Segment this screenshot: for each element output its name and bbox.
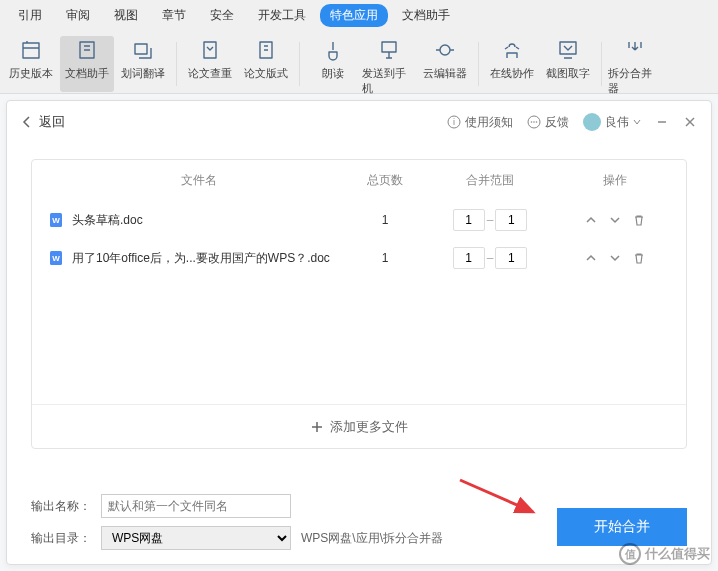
ribbon-icon bbox=[19, 38, 43, 62]
doc-icon: W bbox=[48, 250, 64, 266]
ribbon-icon bbox=[198, 38, 222, 62]
ribbon-历史版本[interactable]: 历史版本 bbox=[4, 36, 58, 92]
ribbon-icon bbox=[321, 38, 345, 62]
ribbon-icon bbox=[556, 38, 580, 62]
menu-开发工具[interactable]: 开发工具 bbox=[248, 4, 316, 27]
ribbon-icon bbox=[131, 38, 155, 62]
ribbon-文档助手[interactable]: 文档助手 bbox=[60, 36, 114, 92]
output-name-label: 输出名称： bbox=[31, 498, 91, 515]
menu-审阅[interactable]: 审阅 bbox=[56, 4, 100, 27]
col-filename: 文件名 bbox=[48, 172, 350, 189]
range-from-input[interactable] bbox=[453, 209, 485, 231]
svg-point-3 bbox=[531, 121, 533, 123]
back-label: 返回 bbox=[39, 113, 65, 131]
col-ops: 操作 bbox=[560, 172, 670, 189]
range-to-input[interactable] bbox=[495, 209, 527, 231]
cell-range: – bbox=[420, 209, 560, 231]
cell-ops bbox=[560, 214, 670, 226]
output-dir-label: 输出目录： bbox=[31, 530, 91, 547]
ribbon-拆分合并器[interactable]: 拆分合并器 bbox=[608, 36, 662, 92]
ribbon-separator bbox=[176, 42, 177, 86]
move-down-button[interactable] bbox=[609, 252, 621, 264]
merge-panel: 返回 i 使用须知 反馈 良伟 文件名 总页数 合并范围 操作 bbox=[6, 100, 712, 565]
move-up-button[interactable] bbox=[585, 214, 597, 226]
ribbon-icon bbox=[433, 38, 457, 62]
table-row: W头条草稿.doc1– bbox=[32, 201, 686, 239]
chevron-down-icon bbox=[609, 214, 621, 226]
user-menu[interactable]: 良伟 bbox=[583, 113, 641, 131]
range-from-input[interactable] bbox=[453, 247, 485, 269]
output-path: WPS网盘\应用\拆分合并器 bbox=[301, 530, 443, 547]
ribbon-发送到手机[interactable]: 发送到手机 bbox=[362, 36, 416, 92]
ribbon-separator bbox=[478, 42, 479, 86]
menu-视图[interactable]: 视图 bbox=[104, 4, 148, 27]
menu-安全[interactable]: 安全 bbox=[200, 4, 244, 27]
ribbon-icon bbox=[254, 38, 278, 62]
minimize-button[interactable] bbox=[655, 115, 669, 129]
doc-icon: W bbox=[48, 212, 64, 228]
back-button[interactable]: 返回 bbox=[21, 113, 65, 131]
ribbon: 历史版本文档助手划词翻译论文查重论文版式朗读发送到手机云编辑器在线协作截图取字拆… bbox=[0, 30, 718, 94]
ribbon-划词翻译[interactable]: 划词翻译 bbox=[116, 36, 170, 92]
svg-text:i: i bbox=[453, 117, 455, 127]
cell-filename: W用了10年office后，为...要改用国产的WPS？.doc bbox=[48, 250, 350, 267]
cell-pages: 1 bbox=[350, 251, 420, 265]
output-name-input[interactable] bbox=[101, 494, 291, 518]
header-right: i 使用须知 反馈 良伟 bbox=[447, 113, 697, 131]
cell-range: – bbox=[420, 247, 560, 269]
avatar bbox=[583, 113, 601, 131]
svg-point-4 bbox=[533, 121, 535, 123]
menu-特色应用[interactable]: 特色应用 bbox=[320, 4, 388, 27]
ribbon-论文查重[interactable]: 论文查重 bbox=[183, 36, 237, 92]
file-list: 文件名 总页数 合并范围 操作 W头条草稿.doc1–W用了10年office后… bbox=[31, 159, 687, 449]
cell-pages: 1 bbox=[350, 213, 420, 227]
feedback-link[interactable]: 反馈 bbox=[527, 114, 569, 131]
trash-icon bbox=[633, 252, 645, 264]
ribbon-icon bbox=[500, 38, 524, 62]
ribbon-截图取字[interactable]: 截图取字 bbox=[541, 36, 595, 92]
file-list-header: 文件名 总页数 合并范围 操作 bbox=[32, 160, 686, 201]
menu-文档助手[interactable]: 文档助手 bbox=[392, 4, 460, 27]
ribbon-separator bbox=[299, 42, 300, 86]
move-down-button[interactable] bbox=[609, 214, 621, 226]
delete-button[interactable] bbox=[633, 214, 645, 226]
range-to-input[interactable] bbox=[495, 247, 527, 269]
chevron-up-icon bbox=[585, 252, 597, 264]
chevron-down-icon bbox=[609, 252, 621, 264]
ribbon-separator bbox=[601, 42, 602, 86]
ribbon-icon bbox=[623, 38, 647, 62]
delete-button[interactable] bbox=[633, 252, 645, 264]
cell-ops bbox=[560, 252, 670, 264]
start-merge-button[interactable]: 开始合并 bbox=[557, 508, 687, 546]
chat-icon bbox=[527, 115, 541, 129]
svg-text:W: W bbox=[52, 216, 60, 225]
chevron-left-icon bbox=[21, 116, 33, 128]
plus-icon bbox=[310, 420, 324, 434]
add-more-files-button[interactable]: 添加更多文件 bbox=[32, 404, 686, 448]
ribbon-icon bbox=[377, 38, 401, 62]
ribbon-icon bbox=[75, 38, 99, 62]
close-button[interactable] bbox=[683, 115, 697, 129]
usage-notice-link[interactable]: i 使用须知 bbox=[447, 114, 513, 131]
cell-filename: W头条草稿.doc bbox=[48, 212, 350, 229]
col-pages: 总页数 bbox=[350, 172, 420, 189]
ribbon-论文版式[interactable]: 论文版式 bbox=[239, 36, 293, 92]
output-dir-select[interactable]: WPS网盘 bbox=[101, 526, 291, 550]
trash-icon bbox=[633, 214, 645, 226]
panel-header: 返回 i 使用须知 反馈 良伟 bbox=[7, 101, 711, 143]
ribbon-在线协作[interactable]: 在线协作 bbox=[485, 36, 539, 92]
chevron-down-icon bbox=[633, 118, 641, 126]
menubar: 引用审阅视图章节安全开发工具特色应用文档助手 bbox=[0, 0, 718, 30]
table-row: W用了10年office后，为...要改用国产的WPS？.doc1– bbox=[32, 239, 686, 277]
ribbon-朗读[interactable]: 朗读 bbox=[306, 36, 360, 92]
info-icon: i bbox=[447, 115, 461, 129]
menu-章节[interactable]: 章节 bbox=[152, 4, 196, 27]
move-up-button[interactable] bbox=[585, 252, 597, 264]
svg-point-5 bbox=[536, 121, 538, 123]
ribbon-云编辑器[interactable]: 云编辑器 bbox=[418, 36, 472, 92]
chevron-up-icon bbox=[585, 214, 597, 226]
svg-text:W: W bbox=[52, 254, 60, 263]
col-range: 合并范围 bbox=[420, 172, 560, 189]
menu-引用[interactable]: 引用 bbox=[8, 4, 52, 27]
